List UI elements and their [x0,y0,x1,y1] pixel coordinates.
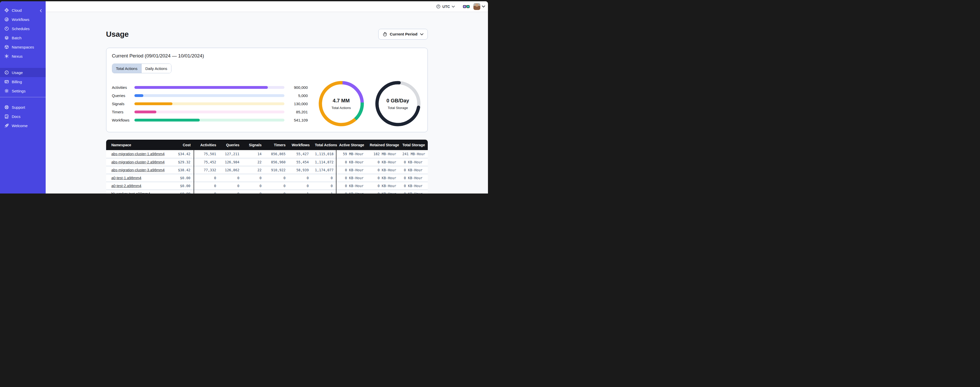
bar-row-workflows: Workflows541,109 [112,116,308,124]
namespace-link[interactable]: bk-worker-test.a98mm4 [111,192,150,194]
cell-cost: $0.00 [170,190,194,194]
sidebar-item-namespaces[interactable]: Namespaces [0,42,46,51]
sidebar-item-label: Namespaces [12,45,34,49]
settings-icon [4,89,9,93]
table-row-abs-migration-cluster-1-a98mm4: abs-migration-cluster-1.a98mm4$34.4275,5… [106,150,428,158]
sidebar-item-nexus[interactable]: Nexus [0,51,46,61]
period-selector-label: Current Period [390,32,418,37]
nexus-icon [4,54,9,58]
bar-track [134,110,285,114]
sidebar-item-workflows[interactable]: Workflows [0,15,46,24]
namespace-link[interactable]: a0-test-1.a98mm4 [111,176,142,180]
table-row-abs-migration-cluster-2-a98mm4: abs-migration-cluster-2.a98mm4$29.3275,4… [106,158,428,166]
cell-total-storage: 0 KB-Hour [399,174,428,182]
cell-activities: 0 [194,190,220,194]
cell-signals: 14 [243,150,265,158]
cell-cost: $0.00 [170,174,194,182]
namespace-usage-table: NamespaceCostActivitiesQueriesSignalsTim… [106,140,428,194]
bar-row-activities: Activities900,000 [112,83,308,91]
donut-value: 0 GB/Day [387,98,409,104]
sidebar-item-usage[interactable]: Usage [0,68,46,77]
namespace-link[interactable]: abs-migration-cluster-2.a98mm4 [111,160,165,164]
cell-cost: $34.42 [170,150,194,158]
table-row-bk-worker-test-a98mm4: bk-worker-test.a98mm4$0.000000110 KB-Hou… [106,190,428,194]
donut-total-storage: 0 GB/DayTotal Storage [375,81,421,126]
account-menu[interactable] [473,3,485,10]
bar-fill [134,110,156,114]
cell-queries: 127,211 [220,150,243,158]
donut-label: Total Storage [388,106,408,110]
cell-workflows: 55,427 [289,150,312,158]
namespace-link[interactable]: abs-migration-cluster-3.a98mm4 [111,168,165,172]
app-window: Cloud WorkflowsSchedulesBatchNamespacesN… [0,1,488,194]
sidebar-item-label: Schedules [12,27,30,31]
cell-active-storage: 0 KB-Hour [336,182,367,190]
avatar [473,3,480,10]
column-header-retained-storage: Retained Storage [367,140,399,150]
column-header-activities: Activities [194,140,220,150]
batch-icon [4,35,9,40]
donut-value: 4.7 MM [332,98,350,104]
namespace-link[interactable]: abs-migration-cluster-1.a98mm4 [111,152,165,156]
namespaces-icon [4,45,9,49]
usage-icon [4,70,9,75]
cell-signals: 0 [243,174,265,182]
stopwatch-icon [383,32,387,37]
desktop-background: Cloud WorkflowsSchedulesBatchNamespacesN… [0,0,490,194]
glasses-icon[interactable] [463,5,469,9]
sidebar-item-schedules[interactable]: Schedules [0,24,46,33]
sidebar-item-label: Batch [12,36,21,40]
sidebar-item-batch[interactable]: Batch [0,33,46,42]
bar-value: 85,201 [288,110,308,114]
tab-total-actions[interactable]: Total Actions [112,64,141,73]
cell-active-storage: 0 KB-Hour [336,158,367,166]
bar-track [134,86,285,89]
timezone-selector[interactable]: UTC [435,4,456,9]
cell-total-storage: 0 KB-Hour [399,166,428,174]
sidebar-item-label: Docs [12,114,21,119]
cell-active-storage: 0 KB-Hour [336,174,367,182]
workflows-icon [4,17,9,22]
welcome-icon [4,123,9,128]
cloud-logo-icon [4,8,9,13]
sidebar-item-billing[interactable]: Billing [0,77,46,86]
namespace-link[interactable]: a0-test-2.a98mm4 [111,184,142,188]
sidebar-item-docs[interactable]: Docs [0,112,46,121]
cell-retained-storage: 0 KB-Hour [367,158,399,166]
sidebar-item-support[interactable]: Support [0,102,46,112]
cell-timers: 910,922 [265,166,289,174]
bar-fill [134,86,268,89]
cell-timers: 0 [265,174,289,182]
bar-value: 900,000 [288,85,308,90]
cell-workflows: 0 [289,174,312,182]
sidebar-logo[interactable]: Cloud [0,6,46,15]
column-header-signals: Signals [243,140,265,150]
bar-label: Activities [112,85,134,90]
chevron-down-icon [482,5,485,8]
page-title: Usage [106,30,129,38]
bar-track [134,102,285,105]
sidebar-item-label: Workflows [12,18,29,22]
sidebar-item-welcome[interactable]: Welcome [0,121,46,130]
cell-active-storage: 0 KB-Hour [336,166,367,174]
cell-total-actions: 1 [312,190,336,194]
period-selector-button[interactable]: Current Period [378,29,428,40]
donut-center: 0 GB/DayTotal Storage [375,81,421,126]
column-header-total-storage: Total Storage [399,140,428,150]
bar-row-signals: Signals130,000 [112,99,308,108]
tab-daily-actions[interactable]: Daily Actions [141,64,171,73]
cell-total-storage: 241 MB-Hour [399,150,428,158]
sidebar-logo-label: Cloud [12,8,22,13]
column-header-cost: Cost [170,140,194,150]
collapse-sidebar-icon[interactable] [39,8,43,12]
clock-icon [436,4,441,9]
billing-icon [4,79,9,84]
sidebar: Cloud WorkflowsSchedulesBatchNamespacesN… [0,1,46,194]
cell-workflows: 58,939 [289,166,312,174]
cell-total-actions: 1,174,077 [312,166,336,174]
sidebar-item-settings[interactable]: Settings [0,86,46,96]
bar-track [134,119,285,122]
cell-timers: 856,960 [265,158,289,166]
cell-workflows: 55,454 [289,158,312,166]
sidebar-item-label: Nexus [12,54,23,58]
